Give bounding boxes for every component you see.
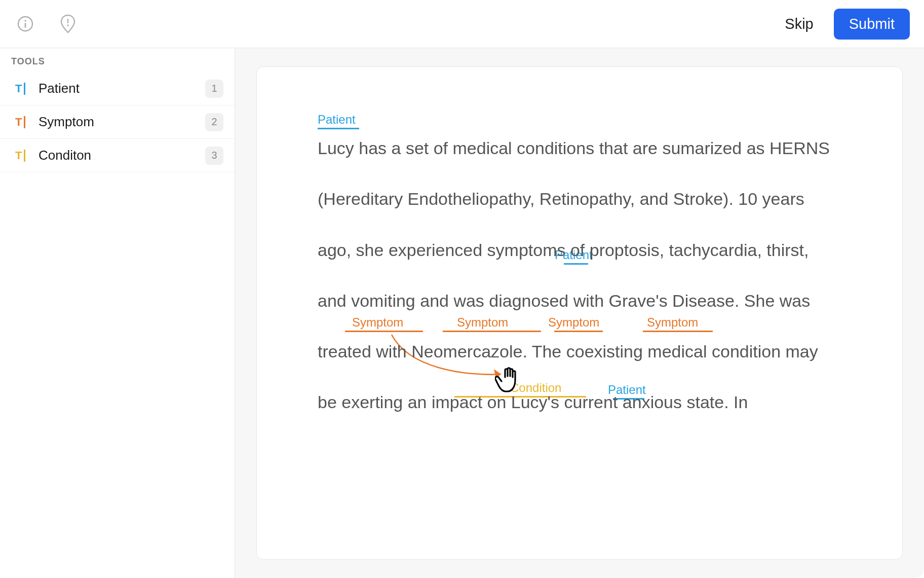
header-left (15, 14, 78, 34)
header: Skip Submit (0, 0, 924, 48)
annotation-canvas[interactable]: Patient Patient Symptom Symptom Symptom … (256, 66, 903, 560)
tool-label: Conditon (32, 148, 205, 163)
svg-point-4 (67, 24, 68, 26)
tool-label: Symptom (32, 114, 205, 130)
text-tool-icon: T (15, 116, 32, 129)
sidebar: TOOLS T Patient 1 T Symptom 2 T Conditon… (0, 48, 235, 578)
svg-rect-2 (25, 23, 26, 28)
tool-item-symptom[interactable]: T Symptom 2 (0, 105, 235, 139)
tool-label: Patient (32, 81, 205, 96)
tool-count-badge: 3 (205, 147, 223, 165)
tool-item-patient[interactable]: T Patient 1 (0, 72, 235, 105)
tool-count-badge: 1 (205, 80, 223, 98)
info-icon[interactable] (15, 14, 35, 34)
submit-button[interactable]: Submit (834, 9, 910, 40)
tool-item-condition[interactable]: T Conditon 3 (0, 139, 235, 172)
skip-button[interactable]: Skip (781, 13, 817, 35)
text-tool-icon: T (15, 149, 32, 162)
svg-point-1 (24, 20, 26, 22)
header-right: Skip Submit (781, 9, 910, 40)
flag-icon[interactable] (58, 14, 78, 34)
tool-count-badge: 2 (205, 113, 223, 131)
main: TOOLS T Patient 1 T Symptom 2 T Conditon… (0, 48, 924, 578)
sidebar-section-title: TOOLS (0, 48, 235, 72)
document-text[interactable]: Lucy has a set of medical conditions tha… (318, 123, 841, 428)
content-area: Patient Patient Symptom Symptom Symptom … (235, 48, 924, 578)
svg-rect-3 (67, 19, 68, 23)
text-tool-icon: T (15, 82, 32, 95)
